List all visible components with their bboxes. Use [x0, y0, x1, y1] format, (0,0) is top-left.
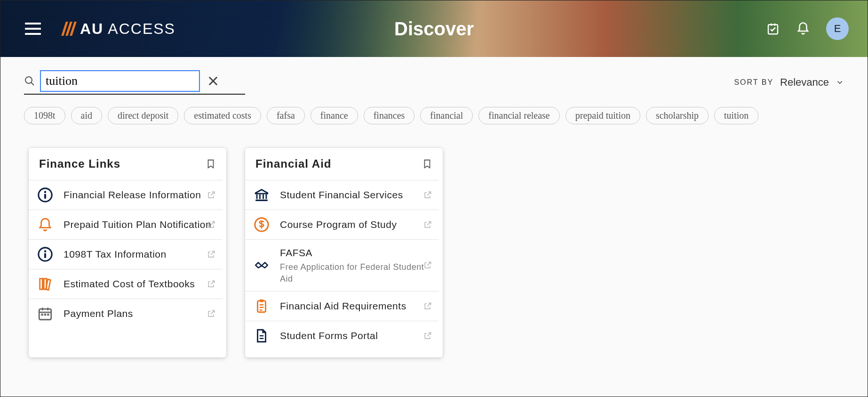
user-avatar[interactable]: E — [826, 17, 849, 40]
row-label: Financial Release Information — [64, 188, 214, 202]
external-link-icon — [207, 190, 216, 200]
calendar-icon — [37, 306, 53, 322]
brand-text: AU ACCESS — [80, 20, 175, 38]
sort-value: Relevance — [780, 76, 829, 89]
filter-chip[interactable]: tuition — [714, 107, 758, 124]
tasks-icon[interactable] — [766, 22, 780, 36]
filter-chip[interactable]: finances — [364, 107, 415, 124]
bell-icon — [37, 217, 53, 233]
app-header: AU ACCESS Discover E — [0, 0, 868, 57]
clear-search-button[interactable] — [207, 74, 220, 88]
chevron-down-icon — [836, 78, 844, 87]
svg-point-1 — [25, 77, 32, 83]
card-link-row[interactable]: 1098T Tax Information — [29, 239, 223, 269]
card-link-row[interactable]: Financial Aid Requirements — [245, 291, 439, 321]
sort-label: Sort by — [734, 78, 773, 87]
filter-chip[interactable]: fafsa — [267, 107, 305, 124]
row-label: Course Program of Study — [280, 218, 430, 231]
external-link-icon — [423, 260, 432, 270]
filter-chip[interactable]: direct deposit — [108, 107, 178, 124]
page-title: Discover — [394, 18, 474, 40]
result-card: Finance LinksFinancial Release Informati… — [29, 148, 226, 357]
bank-icon — [254, 187, 270, 203]
card-link-row[interactable]: Student Forms Portal — [245, 321, 439, 350]
external-link-icon — [423, 301, 432, 311]
filter-chip[interactable]: financial release — [478, 107, 559, 124]
row-label: Student Financial Services — [280, 188, 430, 202]
row-label: Estimated Cost of Textbooks — [64, 277, 214, 291]
books-icon — [37, 276, 53, 292]
notifications-icon[interactable] — [796, 22, 810, 36]
card-link-row[interactable]: Payment Plans — [29, 299, 223, 328]
external-link-icon — [207, 309, 216, 318]
external-link-icon — [207, 279, 216, 289]
row-label: Financial Aid Requirements — [280, 300, 430, 313]
row-label: 1098T Tax Information — [64, 248, 214, 261]
handshake-icon — [254, 257, 270, 273]
doc-icon — [254, 328, 270, 344]
card-link-row[interactable]: Course Program of Study — [245, 210, 439, 239]
bookmark-icon[interactable] — [206, 158, 216, 170]
row-label: Prepaid Tuition Plan Notification — [64, 218, 214, 231]
external-link-icon — [423, 331, 432, 340]
external-link-icon — [207, 220, 216, 229]
search-icon — [24, 75, 35, 87]
filter-chip[interactable]: finance — [311, 107, 358, 124]
menu-button[interactable] — [25, 23, 41, 35]
clipboard-icon — [254, 298, 270, 314]
card-link-row[interactable]: Financial Release Information — [29, 180, 223, 210]
result-card: Financial AidStudent Financial ServicesC… — [245, 148, 443, 357]
card-link-row[interactable]: Student Financial Services — [245, 180, 439, 210]
dollar-icon — [254, 217, 270, 233]
filter-chips: 1098taiddirect depositestimated costsfaf… — [0, 95, 868, 124]
card-body[interactable]: Student Financial ServicesCourse Program… — [245, 180, 443, 357]
results-cards: Finance LinksFinancial Release Informati… — [0, 124, 868, 381]
search-bar — [24, 70, 245, 95]
filter-chip[interactable]: scholarship — [646, 107, 709, 124]
row-label: Student Forms Portal — [280, 329, 430, 342]
external-link-icon — [207, 250, 216, 259]
filter-chip[interactable]: estimated costs — [184, 107, 261, 124]
filter-chip[interactable]: aid — [71, 107, 102, 124]
row-label: Payment Plans — [64, 307, 214, 320]
search-input[interactable] — [42, 72, 198, 90]
row-sublabel: Free Application for Federal Student Aid — [280, 261, 430, 284]
external-link-icon — [423, 190, 432, 200]
filter-chip[interactable]: financial — [420, 107, 473, 124]
sort-control[interactable]: Sort by Relevance — [734, 76, 844, 89]
info-icon — [37, 187, 53, 203]
filter-chip[interactable]: 1098t — [24, 107, 65, 124]
card-link-row[interactable]: Estimated Cost of Textbooks — [29, 269, 223, 299]
card-title: Financial Aid — [255, 157, 331, 170]
card-link-row[interactable]: Prepaid Tuition Plan Notification — [29, 210, 223, 239]
filter-chip[interactable]: prepaid tuition — [565, 107, 640, 124]
brand-slashes-icon — [64, 22, 74, 36]
info-icon — [37, 246, 53, 262]
card-body[interactable]: Financial Release InformationPrepaid Tui… — [29, 180, 226, 357]
external-link-icon — [423, 220, 432, 229]
row-label: FAFSAFree Application for Federal Studen… — [280, 246, 430, 284]
bookmark-icon[interactable] — [422, 158, 432, 170]
card-link-row[interactable]: FAFSAFree Application for Federal Studen… — [245, 239, 439, 291]
card-title: Finance Links — [39, 157, 120, 170]
brand-logo[interactable]: AU ACCESS — [64, 20, 175, 38]
